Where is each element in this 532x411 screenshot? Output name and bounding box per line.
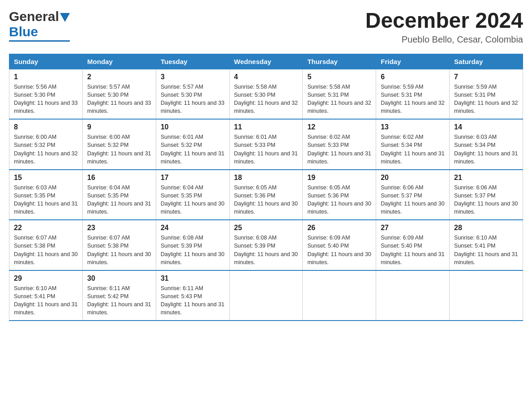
calendar-cell: 10Sunrise: 6:01 AMSunset: 5:32 PMDayligh… [156, 119, 229, 170]
day-info: Sunrise: 6:07 AMSunset: 5:38 PMDaylight:… [87, 234, 151, 266]
calendar-cell [376, 270, 450, 321]
logo-blue-text: Blue [9, 24, 38, 39]
page-header: General Blue December 2024 Pueblo Bello,… [9, 9, 523, 45]
day-info: Sunrise: 6:09 AMSunset: 5:40 PMDaylight:… [381, 234, 445, 266]
calendar-cell: 16Sunrise: 6:04 AMSunset: 5:35 PMDayligh… [82, 170, 156, 220]
day-info: Sunrise: 5:56 AMSunset: 5:30 PMDaylight:… [14, 83, 78, 116]
column-header-wednesday: Wednesday [229, 54, 303, 69]
column-header-saturday: Saturday [450, 54, 523, 69]
day-number: 15 [14, 174, 78, 182]
day-info: Sunrise: 6:03 AMSunset: 5:35 PMDaylight:… [14, 184, 78, 216]
day-info: Sunrise: 6:02 AMSunset: 5:34 PMDaylight:… [381, 133, 445, 166]
location-subtitle: Pueblo Bello, Cesar, Colombia [365, 34, 523, 45]
day-number: 14 [454, 123, 518, 131]
calendar-cell: 4Sunrise: 5:58 AMSunset: 5:30 PMDaylight… [229, 69, 303, 119]
day-number: 24 [161, 224, 225, 232]
day-number: 9 [87, 123, 151, 131]
day-number: 20 [381, 174, 445, 182]
day-info: Sunrise: 5:58 AMSunset: 5:30 PMDaylight:… [234, 83, 298, 116]
day-number: 7 [454, 73, 518, 81]
day-number: 13 [381, 123, 445, 131]
calendar-cell: 2Sunrise: 5:57 AMSunset: 5:30 PMDaylight… [82, 69, 156, 119]
day-info: Sunrise: 6:05 AMSunset: 5:36 PMDaylight:… [234, 184, 298, 216]
month-year-title: December 2024 [365, 9, 523, 33]
day-info: Sunrise: 6:01 AMSunset: 5:33 PMDaylight:… [234, 133, 298, 166]
column-header-friday: Friday [376, 54, 450, 69]
calendar-cell: 12Sunrise: 6:02 AMSunset: 5:33 PMDayligh… [303, 119, 376, 170]
day-info: Sunrise: 6:05 AMSunset: 5:36 PMDaylight:… [307, 184, 371, 216]
day-info: Sunrise: 6:00 AMSunset: 5:32 PMDaylight:… [87, 133, 151, 166]
calendar-cell: 1Sunrise: 5:56 AMSunset: 5:30 PMDaylight… [9, 69, 83, 119]
week-row-4: 22Sunrise: 6:07 AMSunset: 5:38 PMDayligh… [9, 220, 523, 270]
calendar-cell: 8Sunrise: 6:00 AMSunset: 5:32 PMDaylight… [9, 119, 83, 170]
calendar-cell: 14Sunrise: 6:03 AMSunset: 5:34 PMDayligh… [450, 119, 523, 170]
day-info: Sunrise: 6:06 AMSunset: 5:37 PMDaylight:… [454, 184, 518, 216]
column-header-sunday: Sunday [9, 54, 83, 69]
week-row-2: 8Sunrise: 6:00 AMSunset: 5:32 PMDaylight… [9, 119, 523, 170]
day-number: 12 [307, 123, 371, 131]
day-info: Sunrise: 5:59 AMSunset: 5:31 PMDaylight:… [381, 83, 445, 116]
day-number: 19 [307, 174, 371, 182]
day-number: 8 [14, 123, 78, 131]
day-number: 10 [161, 123, 225, 131]
day-number: 21 [454, 174, 518, 182]
calendar-header-row: SundayMondayTuesdayWednesdayThursdayFrid… [9, 54, 523, 69]
calendar-cell: 22Sunrise: 6:07 AMSunset: 5:38 PMDayligh… [9, 220, 83, 270]
calendar-cell: 7Sunrise: 5:59 AMSunset: 5:31 PMDaylight… [450, 69, 523, 119]
day-info: Sunrise: 6:02 AMSunset: 5:33 PMDaylight:… [307, 133, 371, 166]
calendar-cell: 18Sunrise: 6:05 AMSunset: 5:36 PMDayligh… [229, 170, 303, 220]
calendar-table: SundayMondayTuesdayWednesdayThursdayFrid… [9, 54, 523, 321]
calendar-cell: 24Sunrise: 6:08 AMSunset: 5:39 PMDayligh… [156, 220, 229, 270]
calendar-cell: 6Sunrise: 5:59 AMSunset: 5:31 PMDaylight… [376, 69, 450, 119]
day-info: Sunrise: 6:09 AMSunset: 5:40 PMDaylight:… [307, 234, 371, 266]
day-number: 29 [14, 274, 78, 283]
day-info: Sunrise: 6:03 AMSunset: 5:34 PMDaylight:… [454, 133, 518, 166]
calendar-cell: 11Sunrise: 6:01 AMSunset: 5:33 PMDayligh… [229, 119, 303, 170]
day-info: Sunrise: 6:04 AMSunset: 5:35 PMDaylight:… [161, 184, 225, 216]
title-block: December 2024 Pueblo Bello, Cesar, Colom… [365, 9, 523, 45]
calendar-cell: 9Sunrise: 6:00 AMSunset: 5:32 PMDaylight… [82, 119, 156, 170]
day-info: Sunrise: 6:11 AMSunset: 5:42 PMDaylight:… [87, 284, 151, 317]
day-number: 26 [307, 224, 371, 232]
day-number: 6 [381, 73, 445, 81]
week-row-5: 29Sunrise: 6:10 AMSunset: 5:41 PMDayligh… [9, 270, 523, 321]
day-number: 23 [87, 224, 151, 232]
calendar-cell: 27Sunrise: 6:09 AMSunset: 5:40 PMDayligh… [376, 220, 450, 270]
column-header-monday: Monday [82, 54, 156, 69]
calendar-cell: 26Sunrise: 6:09 AMSunset: 5:40 PMDayligh… [303, 220, 376, 270]
calendar-cell: 5Sunrise: 5:58 AMSunset: 5:31 PMDaylight… [303, 69, 376, 119]
day-info: Sunrise: 6:11 AMSunset: 5:43 PMDaylight:… [161, 284, 225, 317]
week-row-1: 1Sunrise: 5:56 AMSunset: 5:30 PMDaylight… [9, 69, 523, 119]
day-number: 2 [87, 73, 151, 81]
day-info: Sunrise: 6:08 AMSunset: 5:39 PMDaylight:… [234, 234, 298, 266]
calendar-cell: 30Sunrise: 6:11 AMSunset: 5:42 PMDayligh… [82, 270, 156, 321]
calendar-cell: 19Sunrise: 6:05 AMSunset: 5:36 PMDayligh… [303, 170, 376, 220]
day-info: Sunrise: 6:08 AMSunset: 5:39 PMDaylight:… [161, 234, 225, 266]
week-row-3: 15Sunrise: 6:03 AMSunset: 5:35 PMDayligh… [9, 170, 523, 220]
day-number: 4 [234, 73, 298, 81]
calendar-cell: 29Sunrise: 6:10 AMSunset: 5:41 PMDayligh… [9, 270, 83, 321]
day-number: 18 [234, 174, 298, 182]
day-number: 31 [161, 274, 225, 283]
day-info: Sunrise: 6:00 AMSunset: 5:32 PMDaylight:… [14, 133, 78, 166]
day-number: 17 [161, 174, 225, 182]
calendar-cell: 28Sunrise: 6:10 AMSunset: 5:41 PMDayligh… [450, 220, 523, 270]
day-info: Sunrise: 5:57 AMSunset: 5:30 PMDaylight:… [87, 83, 151, 116]
day-number: 3 [161, 73, 225, 81]
calendar-cell: 20Sunrise: 6:06 AMSunset: 5:37 PMDayligh… [376, 170, 450, 220]
day-number: 22 [14, 224, 78, 232]
day-number: 27 [381, 224, 445, 232]
day-info: Sunrise: 6:10 AMSunset: 5:41 PMDaylight:… [454, 234, 518, 266]
day-number: 30 [87, 274, 151, 283]
day-info: Sunrise: 6:04 AMSunset: 5:35 PMDaylight:… [87, 184, 151, 216]
day-info: Sunrise: 6:10 AMSunset: 5:41 PMDaylight:… [14, 284, 78, 317]
day-info: Sunrise: 5:59 AMSunset: 5:31 PMDaylight:… [454, 83, 518, 116]
day-info: Sunrise: 6:06 AMSunset: 5:37 PMDaylight:… [381, 184, 445, 216]
day-info: Sunrise: 6:07 AMSunset: 5:38 PMDaylight:… [14, 234, 78, 266]
calendar-cell: 15Sunrise: 6:03 AMSunset: 5:35 PMDayligh… [9, 170, 83, 220]
calendar-cell: 17Sunrise: 6:04 AMSunset: 5:35 PMDayligh… [156, 170, 229, 220]
day-number: 28 [454, 224, 518, 232]
logo-underline [9, 40, 70, 42]
day-number: 25 [234, 224, 298, 232]
svg-marker-0 [60, 13, 70, 22]
